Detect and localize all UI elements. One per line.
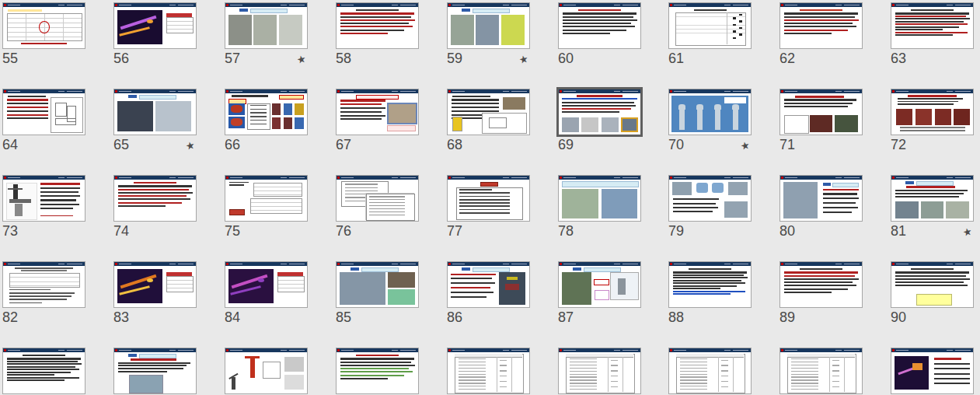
thumb-art <box>451 15 474 45</box>
thumb-art <box>832 365 839 365</box>
thumb-art <box>673 282 745 284</box>
thumb-art <box>832 183 859 187</box>
slide-thumbnail-56[interactable] <box>113 2 197 49</box>
thumb-art <box>784 278 859 280</box>
slide-cell: 59★ <box>447 2 530 49</box>
slide-thumbnail-55[interactable] <box>2 2 85 49</box>
slide-thumbnail-57[interactable] <box>225 2 308 49</box>
slide-thumbnail-84[interactable] <box>225 261 308 308</box>
company-logo-icon <box>448 90 451 93</box>
slide-thumbnail-77[interactable] <box>447 175 530 222</box>
thumb-art <box>9 199 30 202</box>
slide-thumbnail-75[interactable] <box>225 175 308 222</box>
slide-thumbnail-73[interactable] <box>2 175 85 222</box>
slide-thumbnail-87[interactable] <box>558 261 641 308</box>
slide-thumbnail-82[interactable] <box>2 261 85 308</box>
slide-thumbnail-83[interactable] <box>113 261 197 308</box>
thumb-art <box>844 177 860 178</box>
slide-thumbnail-67[interactable] <box>336 89 419 135</box>
slide-thumbnail-66[interactable] <box>225 89 308 135</box>
slide-content <box>780 7 862 48</box>
slide-thumbnail-62[interactable] <box>779 2 863 49</box>
slide-thumbnail-72[interactable] <box>891 89 974 135</box>
thumb-art <box>392 177 398 178</box>
thumb-art <box>733 350 748 351</box>
slide-thumbnail[interactable] <box>447 348 530 394</box>
slide-number-label: 61 <box>668 51 684 65</box>
thumb-art <box>570 371 598 372</box>
thumb-art <box>369 196 405 197</box>
slide-thumbnail-74[interactable] <box>113 175 197 222</box>
slide-thumbnail-81[interactable] <box>891 175 974 222</box>
company-logo-icon <box>226 90 228 93</box>
thumb-art <box>369 211 405 212</box>
slide-thumbnail-68[interactable] <box>447 89 530 135</box>
slide-header-bar <box>3 176 85 180</box>
slide-thumbnail[interactable] <box>558 348 641 394</box>
slide-thumbnail-61[interactable] <box>668 2 752 49</box>
slide-thumbnail[interactable] <box>668 348 752 394</box>
thumb-art <box>272 103 281 115</box>
slide-thumbnail-85[interactable] <box>336 261 419 308</box>
thumb-art <box>284 375 304 390</box>
slide-thumbnail-70[interactable] <box>668 89 752 135</box>
slide-thumbnail-69[interactable] <box>558 89 641 135</box>
slide-thumbnail-59[interactable] <box>447 2 530 49</box>
slide-thumbnail[interactable] <box>336 348 419 394</box>
thumb-art <box>250 358 255 378</box>
slide-content <box>3 352 85 393</box>
thumb-art <box>459 199 510 201</box>
slide-thumbnail-89[interactable] <box>779 261 863 308</box>
thumb-art <box>570 376 598 377</box>
slide-header-bar <box>114 89 196 93</box>
slide-thumbnail-58[interactable] <box>336 2 419 49</box>
slide-thumbnail-80[interactable] <box>779 175 863 222</box>
slide-thumbnail-65[interactable] <box>113 89 197 135</box>
thumb-art <box>733 5 748 5</box>
slide-thumbnail-60[interactable] <box>558 2 641 49</box>
thumb-art <box>784 292 832 293</box>
thumb-art <box>791 362 819 362</box>
slide-thumbnail[interactable] <box>225 348 308 394</box>
thumb-art <box>15 204 23 216</box>
thumb-art <box>7 114 48 116</box>
slide-thumbnail[interactable] <box>779 348 863 394</box>
slide-thumbnail-63[interactable] <box>891 2 974 49</box>
slide-label-row: 78 <box>558 224 641 238</box>
slide-thumbnail-78[interactable] <box>558 175 641 222</box>
slide-thumbnail-71[interactable] <box>779 89 863 135</box>
thumb-art <box>732 104 739 110</box>
slide-cell: 72 <box>891 89 974 135</box>
slide-thumbnail-90[interactable] <box>891 261 974 308</box>
thumb-art <box>340 33 388 34</box>
slide-sorter-canvas[interactable]: 555657★5859★606162636465★6667686970★7172… <box>0 0 980 395</box>
slide-thumbnail-86[interactable] <box>447 261 530 308</box>
thumb-art <box>562 111 619 113</box>
slide-thumbnail[interactable] <box>891 348 974 394</box>
thumb-art <box>895 16 965 17</box>
slide-header-bar <box>891 3 973 7</box>
thumb-art <box>791 389 819 390</box>
slide-thumbnail[interactable] <box>113 348 197 394</box>
thumb-art <box>784 106 848 107</box>
slide-thumbnail-64[interactable] <box>2 89 85 135</box>
slide-thumbnail-76[interactable] <box>336 175 419 222</box>
thumb-art <box>673 280 741 281</box>
thumb-art <box>623 357 623 393</box>
slide-thumbnail[interactable] <box>2 348 85 394</box>
thumb-art <box>623 91 638 92</box>
thumb-art <box>230 350 242 351</box>
slide-number-label: 85 <box>336 310 351 324</box>
slide-header-bar <box>669 176 751 180</box>
slide-thumbnail-88[interactable] <box>668 261 752 308</box>
thumb-art <box>823 211 853 213</box>
thumb-art <box>900 127 965 128</box>
slide-label-row: 71 <box>779 138 863 152</box>
company-logo-icon <box>670 349 672 351</box>
thumb-art <box>451 278 492 279</box>
thumb-art <box>295 103 304 115</box>
slide-number-label: 87 <box>558 310 574 324</box>
slide-thumbnail-79[interactable] <box>668 175 752 222</box>
thumb-art <box>673 293 731 295</box>
thumb-art <box>451 292 493 293</box>
